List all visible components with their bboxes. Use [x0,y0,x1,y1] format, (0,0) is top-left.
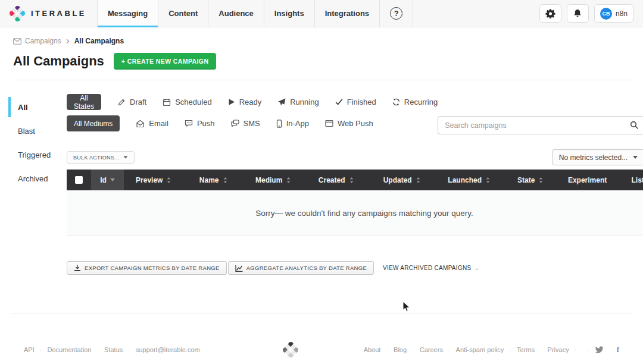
column-header-lists: Lists [617,170,643,190]
column-header-medium[interactable]: Medium [244,170,303,190]
aggregate-analytics-button[interactable]: AGGREGATE ANALYTICS BY DATE RANGE [228,261,374,275]
filter-push[interactable]: Push [185,119,215,128]
filter-finished[interactable]: Finished [335,98,376,106]
medium-filter-row: All Mediums Email Push SMS [67,115,438,131]
filter-email[interactable]: Email [136,119,168,128]
sidebar-item-all[interactable]: All [0,95,67,119]
footer-divider [12,313,631,313]
create-new-campaign-button[interactable]: + CREATE NEW CAMPAIGN [114,53,217,70]
breadcrumb-root-label: Campaigns [25,37,61,45]
chevron-down-icon [633,156,638,159]
table-header-row: Id Preview Name Medium Created [67,170,643,190]
page-title: All Campaigns [13,54,104,69]
table-toolbar: BULK ACTIONS... No metrics selected... ? [67,149,643,165]
top-navigation-bar: ITERABLE Messaging Content Audience Insi… [0,0,643,27]
notifications-button[interactable] [567,4,589,23]
all-mediums-filter-button[interactable]: All Mediums [67,115,120,131]
sidebar-item-label: All [18,103,28,112]
filter-sms[interactable]: SMS [231,119,260,128]
filter-ready[interactable]: Ready [228,98,262,106]
footer-link-privacy[interactable]: Privacy [548,346,582,353]
filter-in-app[interactable]: In-App [276,119,309,128]
footer-social: f [582,345,619,354]
chevron-right-icon [66,39,70,44]
settings-button[interactable] [539,4,561,23]
search-icon[interactable] [630,121,639,130]
footer-link-careers[interactable]: Careers [420,346,456,353]
account-name: n8n [616,10,628,18]
filter-running[interactable]: Running [277,98,319,106]
footer-link-documentation[interactable]: Documentation [47,346,104,353]
filter-rows: All States Draft Scheduled Ready [67,94,438,131]
column-header-updated[interactable]: Updated [369,170,435,190]
column-header-preview[interactable]: Preview [124,170,183,190]
tab-insights[interactable]: Insights [264,0,315,27]
bulk-actions-dropdown[interactable]: BULK ACTIONS... [67,151,135,164]
footer-link-antispam[interactable]: Anti-spam policy [456,346,517,353]
sidebar-item-label: Blast [18,127,35,136]
tab-audience[interactable]: Audience [208,0,264,27]
page-header: All Campaigns + CREATE NEW CAMPAIGN [0,45,643,70]
avatar: CB [600,8,612,20]
export-metrics-button[interactable]: EXPORT CAMPAIGN METRICS BY DATE RANGE [67,261,227,275]
iterable-logo[interactable]: ITERABLE [0,0,97,27]
sidebar-item-archived[interactable]: Archived [0,167,67,190]
play-icon [228,98,235,106]
twitter-link[interactable] [587,346,604,354]
breadcrumb-campaigns[interactable]: Campaigns [13,37,61,45]
footer-link-about[interactable]: About [364,346,394,353]
tab-messaging[interactable]: Messaging [98,0,158,27]
primary-tabs: Messaging Content Audience Insights Inte… [97,0,413,27]
footer-link-status[interactable]: Status [104,346,136,353]
bell-icon [573,8,582,18]
select-all-checkbox[interactable] [75,176,83,184]
footer-link-terms[interactable]: Terms [517,346,548,353]
column-header-name[interactable]: Name [183,170,243,190]
chat-bubble-icon [185,120,193,127]
filter-scheduled[interactable]: Scheduled [163,98,211,106]
footer: API Documentation Status support@iterabl… [0,342,643,357]
metrics-controls: No metrics selected... ? [552,149,643,165]
metrics-select-dropdown[interactable]: No metrics selected... [552,149,643,165]
facebook-link[interactable]: f [609,345,619,354]
column-header-created[interactable]: Created [303,170,369,190]
account-menu-button[interactable]: CB n8n [594,4,633,23]
tab-content[interactable]: Content [158,0,208,27]
filter-web-push[interactable]: Web Push [325,119,373,128]
sidebar-item-label: Triggered [18,150,51,159]
footer-link-api[interactable]: API [24,346,47,353]
campaigns-main: All States Draft Scheduled Ready [67,94,643,236]
all-states-filter-button[interactable]: All States [67,94,101,110]
breadcrumb-current: All Campaigns [74,37,124,45]
column-header-state[interactable]: State [504,170,557,190]
empty-message: Sorry— we couldn't find any campaigns ma… [255,209,473,218]
sidebar-item-label: Archived [18,174,48,183]
chevron-down-icon [123,156,127,158]
sort-icon [485,177,491,184]
column-header-id[interactable]: Id [91,170,124,190]
footer-right-links: About Blog Careers Anti-spam policy Term… [364,345,619,354]
tab-integrations[interactable]: Integrations [315,0,380,27]
sort-icon [286,177,291,184]
nav-help-button[interactable]: ? [380,0,413,27]
search-input[interactable] [438,116,643,134]
footer-link-blog[interactable]: Blog [394,346,420,353]
search-area: ? [438,116,643,134]
sidebar-item-triggered[interactable]: Triggered [0,143,67,167]
paper-plane-icon [277,98,286,106]
sort-icon [538,177,544,184]
help-icon: ? [390,7,402,20]
filter-draft[interactable]: Draft [117,98,146,106]
browser-window-icon [325,120,333,127]
filter-recurring[interactable]: Recurring [392,98,438,106]
line-chart-icon [235,265,243,272]
view-archived-link[interactable]: VIEW ARCHIVED CAMPAIGNS → [383,265,479,271]
column-header-launched[interactable]: Launched [435,170,504,190]
check-icon [335,99,343,105]
sidebar-item-blast[interactable]: Blast [0,119,67,143]
footer-link-support-email[interactable]: support@iterable.com [136,346,200,353]
footer-left-links: API Documentation Status support@iterabl… [24,346,200,353]
calendar-icon [163,98,171,106]
bottom-actions: EXPORT CAMPAIGN METRICS BY DATE RANGE AG… [67,261,643,275]
brand-wordmark: ITERABLE [31,9,86,18]
